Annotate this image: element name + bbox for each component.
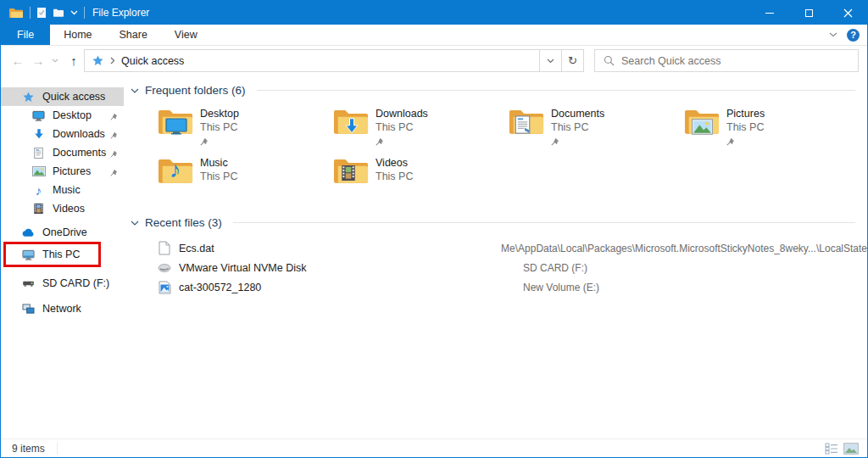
sidebar-item-this-pc[interactable]: This PC [1, 245, 124, 264]
search-box[interactable] [594, 49, 859, 72]
items-count: 9 items [12, 443, 45, 455]
sidebar-item-videos[interactable]: Videos [1, 199, 124, 218]
sidebar-item-label: Network [42, 303, 81, 315]
forward-button[interactable]: → [28, 46, 48, 75]
sidebar-item-network[interactable]: Network [1, 299, 124, 318]
onedrive-cloud-icon [21, 226, 36, 240]
folder-tile-downloads[interactable]: Downloads This PC [333, 106, 509, 155]
search-input[interactable] [621, 55, 833, 67]
pin-icon [110, 130, 118, 142]
sidebar-item-music[interactable]: ♪ Music [1, 181, 124, 199]
details-view-button[interactable] [825, 443, 838, 455]
film-strip-overlay-icon [341, 163, 356, 183]
tile-name: Documents [551, 107, 604, 120]
folder-tile-music[interactable]: ♪ Music This PC [158, 155, 333, 204]
sidebar-item-label: Music [53, 184, 81, 196]
tile-name: Downloads [376, 107, 428, 120]
search-icon [604, 55, 615, 66]
recent-locations-chevron-icon[interactable] [48, 46, 62, 75]
tile-location: This PC [551, 120, 604, 134]
section-divider [233, 222, 855, 223]
quick-access-toolbar [1, 7, 85, 19]
tile-location: This PC [376, 120, 428, 134]
minimize-button[interactable] [750, 1, 789, 25]
back-button[interactable]: ← [8, 46, 28, 75]
customize-toolbar-chevron-icon[interactable] [70, 10, 78, 15]
recent-file-row[interactable]: cat-300572_1280 New Volume (E:) [124, 277, 867, 297]
sidebar-item-desktop[interactable]: Desktop [1, 106, 124, 125]
recent-file-path: Me\AppData\Local\Packages\Microsoft.Micr… [501, 243, 867, 254]
sidebar-item-label: Videos [53, 203, 85, 215]
recent-file-row[interactable]: VMware Virtual NVMe Disk SD CARD (F:) [124, 258, 867, 277]
sidebar-item-downloads[interactable]: Downloads [1, 125, 124, 143]
recent-files-list: Ecs.dat Me\AppData\Local\Packages\Micros… [124, 238, 867, 297]
folder-videos-icon [333, 155, 370, 189]
sidebar-item-onedrive[interactable]: OneDrive [1, 223, 124, 242]
downloads-icon [31, 127, 46, 142]
tab-share[interactable]: Share [106, 25, 161, 45]
sidebar-item-label: Pictures [53, 165, 91, 177]
new-folder-button[interactable] [53, 8, 64, 18]
tab-file[interactable]: File [1, 25, 50, 45]
desktop-icon [31, 109, 46, 123]
maximize-button[interactable] [789, 1, 828, 25]
music-note-overlay-icon: ♪ [170, 159, 181, 182]
thumbnail-view-button[interactable] [843, 443, 859, 455]
picture-overlay-icon [691, 119, 714, 135]
folder-tile-videos[interactable]: Videos This PC [333, 155, 509, 204]
desktop-overlay-icon [165, 118, 187, 135]
folder-music-icon: ♪ [158, 155, 195, 189]
sidebar-item-pictures[interactable]: Pictures [1, 162, 124, 181]
refresh-button[interactable]: ↻ [561, 50, 583, 71]
window-controls [750, 1, 867, 25]
section-title: Frequent folders (6) [145, 84, 246, 97]
pin-icon [110, 148, 118, 160]
up-button[interactable]: ↑ [64, 46, 84, 75]
chevron-down-icon [547, 59, 554, 64]
titlebar: File Explorer [1, 1, 867, 25]
help-icon[interactable]: ? [847, 29, 860, 42]
close-button[interactable] [828, 1, 867, 25]
folder-tile-pictures[interactable]: Pictures This PC [684, 106, 860, 155]
tile-location: This PC [200, 170, 237, 183]
frequent-folders-grid: Desktop This PC Downloads This PC [158, 106, 860, 204]
music-note-icon: ♪ [31, 183, 46, 198]
properties-button[interactable] [36, 7, 47, 19]
sidebar-item-label: Downloads [53, 128, 105, 140]
file-icon [158, 241, 171, 255]
expand-ribbon-chevron-icon[interactable] [829, 32, 837, 37]
breadcrumb-location[interactable]: Quick access [121, 55, 184, 67]
sidebar-item-documents[interactable]: Documents [1, 143, 124, 162]
sidebar-item-label: Quick access [42, 91, 105, 103]
recent-file-name: cat-300572_1280 [179, 282, 523, 293]
toolbar-separator [84, 7, 85, 19]
sidebar-item-sd-card[interactable]: SD CARD (F:) [1, 274, 124, 293]
folder-desktop-icon [158, 106, 195, 140]
address-dropdown-button[interactable] [539, 50, 561, 71]
folder-pictures-icon [684, 106, 721, 140]
tile-name: Desktop [200, 107, 239, 120]
status-separator [57, 442, 58, 455]
address-bar[interactable]: Quick access ↻ [84, 49, 584, 72]
recent-files-header[interactable]: Recent files (3) [124, 216, 867, 229]
sidebar-item-label: SD CARD (F:) [42, 277, 109, 289]
recent-file-name: VMware Virtual NVMe Disk [179, 262, 523, 274]
tile-location: This PC [726, 120, 765, 134]
folder-tile-documents[interactable]: Documents This PC [509, 106, 684, 155]
sidebar-item-label: Desktop [53, 109, 92, 121]
tile-location: This PC [200, 120, 239, 134]
frequent-folders-header[interactable]: Frequent folders (6) [124, 84, 867, 97]
sidebar-item-quick-access[interactable]: Quick access [1, 87, 124, 106]
drive-file-icon [158, 263, 171, 273]
tab-home[interactable]: Home [50, 25, 105, 45]
recent-file-row[interactable]: Ecs.dat Me\AppData\Local\Packages\Micros… [124, 238, 867, 258]
section-divider [257, 90, 855, 91]
tab-view[interactable]: View [161, 25, 211, 45]
toolbar-separator [30, 7, 31, 19]
folder-tile-desktop[interactable]: Desktop This PC [158, 106, 333, 155]
navigation-bar: ← → ↑ Quick access ↻ [1, 46, 867, 75]
network-icon [21, 302, 36, 316]
content-area: Frequent folders (6) Desktop This PC [124, 75, 867, 438]
quick-access-star-icon [21, 90, 36, 104]
ribbon-right-controls: ? [829, 25, 867, 45]
